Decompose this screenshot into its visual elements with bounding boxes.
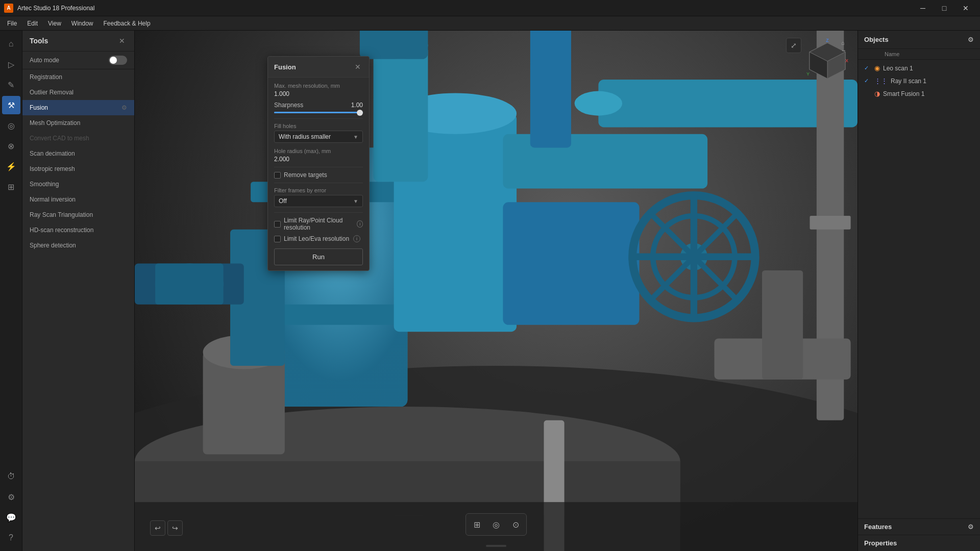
menu-item-feedback---help[interactable]: Feedback & Help bbox=[99, 18, 156, 29]
tool-item-label: HD-scan reconstruction bbox=[30, 227, 93, 234]
sidebar-icon-history[interactable]: ⏱ bbox=[2, 467, 20, 486]
sidebar-icon-lightning[interactable]: ⚡ bbox=[2, 157, 20, 176]
sharpness-slider-thumb[interactable] bbox=[357, 110, 363, 116]
tool-item-sphere-detection[interactable]: Sphere detection bbox=[22, 238, 134, 253]
limit-leo-checkbox[interactable] bbox=[274, 236, 281, 242]
object-visibility-check[interactable]: ✓ bbox=[864, 65, 871, 71]
filter-frames-dropdown[interactable]: Off ▼ bbox=[274, 195, 363, 207]
titlebar-controls: ─ □ ✕ bbox=[913, 0, 976, 16]
svg-rect-39 bbox=[155, 264, 224, 305]
viewport: Fusion ✕ Max. mesh resolution, mm 1.000 … bbox=[135, 31, 857, 551]
remove-targets-checkbox[interactable] bbox=[274, 172, 281, 179]
vp-tool-btn-1[interactable]: ⊞ bbox=[468, 516, 485, 533]
hole-radius-value: 2.000 bbox=[274, 156, 363, 163]
tool-item-label: Fusion bbox=[30, 104, 48, 111]
fusion-dialog-close-button[interactable]: ✕ bbox=[353, 62, 363, 72]
run-button[interactable]: Run bbox=[274, 248, 363, 265]
svg-rect-35 bbox=[762, 270, 803, 380]
hole-radius-label: Hole radius (max), mm bbox=[274, 148, 363, 154]
object-item-2[interactable]: ◑Smart Fusion 1 bbox=[858, 87, 980, 100]
menu-item-window[interactable]: Window bbox=[66, 18, 99, 29]
limit-leo-info-icon[interactable]: i bbox=[353, 235, 360, 242]
minimize-button[interactable]: ─ bbox=[913, 0, 933, 16]
objects-gear-icon[interactable]: ⚙ bbox=[968, 36, 974, 43]
tool-item-label: Convert CAD to mesh bbox=[30, 135, 89, 142]
nav-cube[interactable]: Z X Y ⌂ ↔ bbox=[804, 38, 850, 84]
tool-item-scan-decimation[interactable]: Scan decimation bbox=[22, 146, 134, 161]
scene-3d bbox=[135, 31, 857, 551]
fit-to-view-button[interactable]: ⤢ bbox=[786, 38, 801, 53]
auto-mode-toggle[interactable] bbox=[109, 56, 127, 65]
tool-item-ray-scan-triangulation[interactable]: Ray Scan Triangulation bbox=[22, 207, 134, 222]
sharpness-slider-track[interactable] bbox=[274, 112, 363, 113]
sidebar-icon-grid[interactable]: ⊞ bbox=[2, 178, 20, 196]
limit-ray-info-icon[interactable]: i bbox=[357, 220, 363, 228]
fusion-dialog: Fusion ✕ Max. mesh resolution, mm 1.000 … bbox=[267, 56, 370, 271]
menu-item-file[interactable]: File bbox=[2, 18, 22, 29]
fusion-dialog-body: Max. mesh resolution, mm 1.000 Sharpness… bbox=[268, 78, 369, 270]
filter-frames-label: Filter frames by error bbox=[274, 187, 363, 193]
tool-item-registration[interactable]: Registration bbox=[22, 69, 134, 85]
tool-item-hd-scan-reconstruction[interactable]: HD-scan reconstruction bbox=[22, 222, 134, 238]
tools-title: Tools bbox=[30, 37, 48, 45]
limit-ray-label: Limit Ray/Point Cloud resolution bbox=[284, 217, 353, 231]
filter-frames-arrow: ▼ bbox=[353, 198, 358, 204]
undo-button[interactable]: ↩ bbox=[150, 520, 165, 536]
sidebar-icon-measure[interactable]: ◎ bbox=[2, 116, 20, 135]
tool-item-gear-icon[interactable]: ⚙ bbox=[121, 104, 127, 111]
sidebar-icon-help[interactable]: ? bbox=[2, 529, 20, 547]
maximize-button[interactable]: □ bbox=[934, 0, 954, 16]
max-mesh-res-label: Max. mesh resolution, mm bbox=[274, 83, 363, 89]
divider-3 bbox=[274, 183, 363, 183]
undo-redo-toolbar: ↩ ↪ bbox=[150, 520, 183, 536]
object-item-0[interactable]: ✓◉Leo scan 1 bbox=[858, 62, 980, 74]
vp-tool-btn-2[interactable]: ◎ bbox=[487, 516, 505, 533]
sidebar-icon-settings[interactable]: ⚙ bbox=[2, 488, 20, 506]
tool-item-label: Sphere detection bbox=[30, 242, 76, 249]
limit-ray-checkbox[interactable] bbox=[274, 221, 281, 228]
sidebar-icon-tools[interactable]: ⚒ bbox=[2, 96, 20, 114]
menu-item-edit[interactable]: Edit bbox=[22, 18, 43, 29]
object-label: Leo scan 1 bbox=[883, 65, 913, 72]
tools-header: Tools ✕ bbox=[22, 31, 134, 52]
svg-rect-15 bbox=[503, 202, 639, 324]
max-mesh-res-value: 1.000 bbox=[274, 90, 363, 97]
menu-item-view[interactable]: View bbox=[43, 18, 66, 29]
tool-item-smoothing[interactable]: Smoothing bbox=[22, 177, 134, 192]
tool-item-isotropic-remesh[interactable]: Isotropic remesh bbox=[22, 161, 134, 177]
vp-tool-btn-3[interactable]: ⊙ bbox=[507, 516, 524, 533]
remove-targets-row[interactable]: Remove targets bbox=[274, 171, 363, 179]
tools-close-button[interactable]: ✕ bbox=[117, 36, 127, 46]
properties-title: Properties bbox=[864, 539, 897, 547]
object-label: Ray II scan 1 bbox=[891, 78, 926, 85]
tool-item-label: Smoothing bbox=[30, 181, 59, 188]
sidebar-icon-scan[interactable]: ▷ bbox=[2, 55, 20, 73]
features-gear-icon[interactable]: ⚙ bbox=[968, 523, 974, 531]
svg-text:⌂: ⌂ bbox=[841, 40, 845, 46]
object-item-1[interactable]: ✓⋮⋮Ray II scan 1 bbox=[858, 74, 980, 87]
object-visibility-check[interactable]: ✓ bbox=[864, 78, 871, 84]
tool-item-mesh-optimization[interactable]: Mesh Optimization bbox=[22, 115, 134, 131]
sharpness-value: 1.00 bbox=[351, 102, 363, 109]
fusion-dialog-header: Fusion ✕ bbox=[268, 57, 369, 78]
tool-item-normal-inversion[interactable]: Normal inversion bbox=[22, 192, 134, 207]
sidebar-icon-edit[interactable]: ✎ bbox=[2, 76, 20, 94]
close-button[interactable]: ✕ bbox=[955, 0, 976, 16]
svg-text:Z: Z bbox=[826, 38, 829, 43]
limit-ray-row[interactable]: Limit Ray/Point Cloud resolution i bbox=[274, 217, 363, 231]
features-section: Features ⚙ bbox=[858, 518, 980, 535]
limit-leo-row[interactable]: Limit Leo/Eva resolution i bbox=[274, 235, 363, 242]
properties-section: Properties bbox=[858, 535, 980, 551]
tool-item-fusion[interactable]: Fusion⚙ bbox=[22, 100, 134, 115]
tool-item-outlier-removal[interactable]: Outlier Removal bbox=[22, 85, 134, 100]
menubar: FileEditViewWindowFeedback & Help bbox=[0, 16, 980, 31]
redo-button[interactable]: ↪ bbox=[167, 520, 183, 536]
fill-holes-label: Fill holes bbox=[274, 123, 363, 129]
objects-col-name: Name bbox=[885, 51, 899, 57]
svg-rect-12 bbox=[374, 45, 428, 182]
sidebar-icon-home[interactable]: ⌂ bbox=[2, 35, 20, 53]
viewport-background bbox=[135, 31, 857, 551]
fill-holes-dropdown[interactable]: With radius smaller ▼ bbox=[274, 131, 363, 143]
sidebar-icon-chat[interactable]: 💬 bbox=[2, 508, 20, 527]
sidebar-icon-align[interactable]: ⊗ bbox=[2, 137, 20, 155]
